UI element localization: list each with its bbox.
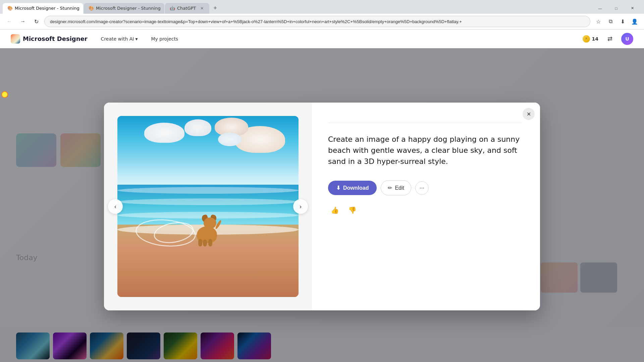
download-label: Download	[343, 185, 369, 191]
more-icon: ···	[420, 184, 425, 191]
modal-info-section: Create an image of a happy dog playing o…	[312, 103, 540, 310]
app-header: Microsoft Designer Create with AI ▾ My p…	[0, 29, 644, 48]
divider	[328, 123, 521, 123]
tab-2-label: Microsoft Designer - Stunning	[96, 6, 161, 11]
coin-icon: ⚡	[583, 35, 590, 43]
refresh-button[interactable]: ↻	[31, 16, 42, 27]
app-logo[interactable]: Microsoft Designer	[11, 34, 88, 44]
tab-2-close[interactable]: ✕	[164, 6, 164, 11]
edit-button[interactable]: ✏ Edit	[381, 180, 411, 195]
dog-leg-2	[203, 240, 207, 246]
my-projects-nav[interactable]: My projects	[148, 35, 181, 43]
next-icon: ›	[300, 203, 302, 210]
toolbar-icons: ☆ ⧉ ⬇ 👤	[593, 16, 640, 27]
tab-1[interactable]: 🎨 Microsoft Designer - Stunning ✕	[3, 3, 83, 14]
thumbs-down-button[interactable]: 👎	[345, 203, 359, 217]
dog-figure	[194, 213, 220, 246]
tab-3[interactable]: 🤖 ChatGPT ✕	[165, 3, 209, 14]
modal-dialog: ✕ ‹	[104, 103, 540, 310]
browser-chrome: 🎨 Microsoft Designer - Stunning ✕ 🎨 Micr…	[0, 0, 644, 29]
close-button[interactable]: ✕	[625, 3, 640, 14]
create-with-ai-label: Create with AI	[101, 36, 134, 42]
wave-2	[117, 198, 299, 205]
tab-bar: 🎨 Microsoft Designer - Stunning ✕ 🎨 Micr…	[0, 0, 644, 14]
thumbs-down-icon: 👎	[348, 206, 357, 214]
image-prompt: Create an image of a happy dog playing o…	[328, 134, 521, 167]
share-icon-button[interactable]: ⇄	[604, 33, 616, 45]
minimize-button[interactable]: —	[592, 3, 608, 14]
coins-count: 14	[592, 36, 598, 42]
back-button[interactable]: ←	[4, 16, 15, 27]
create-with-ai-nav[interactable]: Create with AI ▾	[98, 35, 141, 43]
address-bar-row: ← → ↻ ☆ ⧉ ⬇ 👤	[0, 14, 644, 29]
address-input[interactable]	[44, 16, 590, 27]
modal-prev-button[interactable]: ‹	[108, 199, 123, 214]
modal-image-section: ‹	[104, 103, 312, 310]
app-name: Microsoft Designer	[23, 35, 88, 42]
window-controls: — □ ✕	[592, 3, 641, 14]
wave-1	[117, 187, 299, 194]
cursor-indicator	[1, 91, 8, 98]
avatar[interactable]: U	[621, 33, 633, 45]
cloud-5	[218, 133, 241, 146]
tab-1-favicon: 🎨	[7, 6, 13, 11]
tab-1-label: Microsoft Designer - Stunning	[15, 6, 79, 11]
maximize-button[interactable]: □	[608, 3, 624, 14]
modal-close-button[interactable]: ✕	[523, 108, 535, 120]
prev-icon: ‹	[114, 203, 116, 210]
dog-leg-3	[208, 239, 212, 246]
tab-2[interactable]: 🎨 Microsoft Designer - Stunning ✕	[84, 3, 164, 14]
new-tab-button[interactable]: +	[210, 3, 220, 14]
cloud-2	[184, 119, 211, 136]
tab-3-close[interactable]: ✕	[199, 6, 205, 11]
modal-overlay: ✕ ‹	[0, 48, 644, 362]
create-with-ai-dropdown-icon: ▾	[135, 36, 138, 42]
modal-image	[117, 116, 299, 297]
download-toolbar-icon[interactable]: ⬇	[617, 16, 628, 27]
thumbs-up-button[interactable]: 👍	[328, 203, 341, 217]
download-icon: ⬇	[336, 185, 340, 191]
action-buttons: ⬇ Download ✏ Edit ···	[328, 180, 521, 195]
feedback-buttons: 👍 👎	[328, 203, 521, 217]
more-options-button[interactable]: ···	[415, 181, 429, 195]
favorites-icon[interactable]: ☆	[593, 16, 604, 27]
edit-label: Edit	[395, 185, 404, 191]
my-projects-label: My projects	[151, 36, 178, 42]
profile-icon[interactable]: 👤	[629, 16, 640, 27]
split-screen-icon[interactable]: ⧉	[605, 16, 616, 27]
app-background: Microsoft Designer Create with AI ▾ My p…	[0, 29, 644, 362]
beach-scene	[117, 116, 299, 297]
forward-button[interactable]: →	[17, 16, 28, 27]
close-icon: ✕	[527, 111, 531, 117]
modal-next-button[interactable]: ›	[293, 199, 308, 214]
header-nav: Create with AI ▾ My projects	[98, 35, 181, 43]
tab-3-favicon: 🤖	[170, 6, 175, 11]
logo-icon	[11, 34, 20, 44]
cloud-1	[144, 123, 184, 143]
tab-1-close[interactable]: ✕	[83, 6, 83, 11]
header-right: ⚡ 14 ⇄ U	[583, 33, 633, 45]
dog-leg-1	[198, 239, 202, 246]
edit-icon: ✏	[388, 185, 392, 191]
thumbs-up-icon: 👍	[331, 206, 339, 214]
tab-2-favicon: 🎨	[89, 6, 94, 11]
tab-3-label: ChatGPT	[177, 6, 196, 11]
coins-badge[interactable]: ⚡ 14	[583, 35, 598, 43]
download-button[interactable]: ⬇ Download	[328, 181, 377, 195]
